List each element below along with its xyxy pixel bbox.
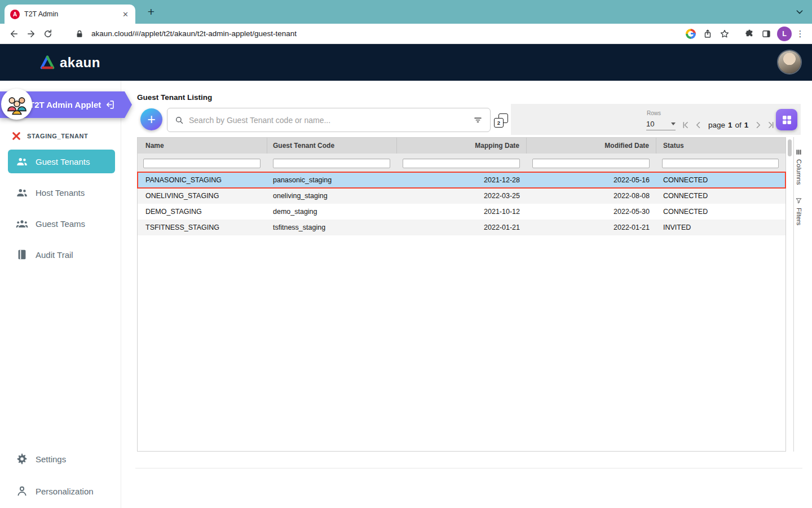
applet-badge-icon xyxy=(1,89,32,120)
back-icon[interactable] xyxy=(6,26,23,42)
logo-text: akaun xyxy=(60,55,100,71)
cell-modified-date: 2022-05-30 xyxy=(527,208,656,216)
page-indicator: page 1 of 1 xyxy=(708,121,748,129)
forward-icon[interactable] xyxy=(23,26,39,42)
search-input[interactable] xyxy=(189,116,468,125)
search-icon xyxy=(174,115,184,125)
sidebar-item-guest-teams[interactable]: Guest Teams xyxy=(8,212,115,235)
content-bottom-divider xyxy=(135,468,802,468)
prev-page-button[interactable] xyxy=(692,119,705,132)
column-header-status[interactable]: Status xyxy=(656,138,785,154)
cell-code: panasonic_staging xyxy=(267,176,397,184)
sidebar-item-label: Guest Tenants xyxy=(36,157,90,167)
cell-mapping-date: 2021-10-12 xyxy=(397,208,527,216)
next-page-button[interactable] xyxy=(752,119,765,132)
first-page-button[interactable] xyxy=(679,119,692,132)
cell-mapping-date: 2022-01-21 xyxy=(397,224,527,231)
column-header-modified-date[interactable]: Modified Date xyxy=(527,138,656,154)
column-header-guest-tenant-code[interactable]: Guest Tenant Code xyxy=(267,138,397,154)
table-row-demo-staging[interactable]: DEMO_STAGING demo_staging 2021-10-12 202… xyxy=(138,204,785,220)
tab-columns-label: Columns xyxy=(796,159,802,185)
chevron-down-icon xyxy=(671,122,676,125)
pagination: page 1 of 1 xyxy=(679,117,778,132)
sidebar-item-label: Guest Teams xyxy=(36,219,85,229)
browser-menu-icon[interactable]: ⋮ xyxy=(794,29,806,39)
browser-addressbar: akaun.cloud/#/applet/t2t/akaun/t2t-admin… xyxy=(0,24,812,44)
column-header-mapping-date[interactable]: Mapping Date xyxy=(397,138,527,154)
duplicate-icon[interactable]: 2 xyxy=(494,113,508,128)
duplicate-count: 2 xyxy=(497,120,500,126)
filter-input-modified-date[interactable] xyxy=(532,159,650,168)
browser-profile-avatar[interactable]: L xyxy=(777,27,792,41)
extensions-puzzle-icon[interactable] xyxy=(741,26,758,42)
rows-per-page-value: 10 xyxy=(646,120,654,128)
cell-modified-date: 2022-01-21 xyxy=(527,224,656,231)
table-side-strip: Columns Filters xyxy=(793,137,803,452)
table-row-oneliving-staging[interactable]: ONELIVING_STAGING oneliving_staging 2022… xyxy=(138,188,785,204)
google-g-icon[interactable] xyxy=(682,26,699,42)
table-row-tsfitness-staging[interactable]: TSFITNESS_STAGING tsfitness_staging 2022… xyxy=(138,220,785,235)
current-page: 1 xyxy=(728,121,732,129)
tab-close-icon[interactable]: ✕ xyxy=(121,10,130,19)
cell-name: PANASONIC_STAGING xyxy=(138,176,267,184)
sidebar-item-label: Personalization xyxy=(36,487,94,496)
sidebar-item-tenant[interactable]: STAGING_TENANT xyxy=(11,129,88,143)
filter-input-mapping-date[interactable] xyxy=(403,159,520,168)
cell-name: ONELIVING_STAGING xyxy=(138,192,267,200)
table-scrollbar xyxy=(786,137,793,452)
user-avatar[interactable] xyxy=(778,51,801,73)
column-header-name[interactable]: Name xyxy=(138,138,267,154)
browser-tabstrip: A T2T Admin ✕ + xyxy=(0,0,812,24)
sidebar-item-label: Audit Trail xyxy=(36,250,73,260)
cell-status: CONNECTED xyxy=(656,208,785,216)
columns-icon xyxy=(795,148,802,156)
browser-tab[interactable]: A T2T Admin ✕ xyxy=(5,5,135,24)
search-box xyxy=(167,108,491,132)
tab-favicon-icon: A xyxy=(10,10,20,19)
sidebar-item-host-tenants[interactable]: Host Tenants xyxy=(8,181,115,204)
cell-mapping-date: 2021-12-28 xyxy=(397,176,527,184)
book-icon xyxy=(16,248,28,261)
of-word: of xyxy=(735,121,742,129)
side-panel-icon[interactable] xyxy=(758,26,775,42)
app-header: akaun xyxy=(0,44,812,81)
duplicate-front-square: 2 xyxy=(494,118,504,128)
sidebar-item-settings[interactable]: Settings xyxy=(8,447,115,471)
rows-per-page-select[interactable]: 10 xyxy=(646,117,676,130)
tenant-label: STAGING_TENANT xyxy=(27,133,88,139)
share-icon[interactable] xyxy=(699,26,716,42)
bookmark-star-icon[interactable] xyxy=(716,26,733,42)
page-title: Guest Tenant Listing xyxy=(137,93,212,102)
exit-applet-icon[interactable] xyxy=(104,99,115,110)
add-guest-tenant-button[interactable]: + xyxy=(140,108,162,130)
sidebar-item-audit-trail[interactable]: Audit Trail xyxy=(8,243,115,266)
tab-list-chevron-icon[interactable] xyxy=(795,7,804,16)
cell-code: demo_staging xyxy=(267,208,397,216)
guest-tenant-table: Name Guest Tenant Code Mapping Date Modi… xyxy=(137,137,786,452)
sidebar-item-guest-tenants[interactable]: Guest Tenants xyxy=(8,150,115,173)
sidebar: STAGING_TENANT Guest Tenants Host Tenant… xyxy=(0,81,121,508)
tenant-logo-icon xyxy=(11,131,21,141)
filter-input-guest-tenant-code[interactable] xyxy=(273,159,390,168)
cell-code: oneliving_staging xyxy=(267,192,397,200)
new-tab-button[interactable]: + xyxy=(143,4,159,20)
applet-banner-label: T2T Admin Applet xyxy=(29,100,101,110)
tab-columns[interactable]: Columns xyxy=(794,148,804,185)
filter-input-status[interactable] xyxy=(662,159,779,168)
refresh-icon[interactable] xyxy=(39,26,56,42)
filter-lines-icon[interactable] xyxy=(473,115,483,125)
sidebar-item-label: Host Tenants xyxy=(36,188,85,198)
cell-mapping-date: 2022-03-25 xyxy=(397,192,527,200)
url-field[interactable]: akaun.cloud/#/applet/t2t/akaun/t2t-admin… xyxy=(91,29,297,38)
table-row-panasonic-staging[interactable]: PANASONIC_STAGING panasonic_staging 2021… xyxy=(138,172,785,188)
cell-status: CONNECTED xyxy=(656,192,785,200)
tab-filters[interactable]: Filters xyxy=(794,197,804,225)
grid-view-button[interactable] xyxy=(776,109,797,130)
sidebar-item-personalization[interactable]: Personalization xyxy=(8,479,115,503)
scrollbar-thumb[interactable] xyxy=(788,139,792,156)
browser-window: A T2T Admin ✕ + akaun.cloud/#/applet/t2t… xyxy=(0,0,812,508)
lock-icon[interactable] xyxy=(71,26,88,42)
filter-input-name[interactable] xyxy=(143,159,261,168)
cell-modified-date: 2022-08-08 xyxy=(527,192,656,200)
sidebar-item-label: Settings xyxy=(36,454,66,464)
